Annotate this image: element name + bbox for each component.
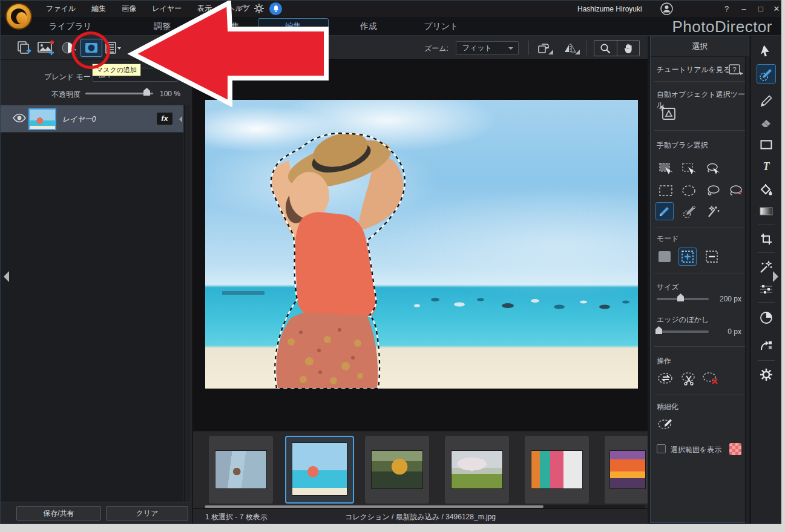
menu-edit[interactable]: 編集 [84,1,114,17]
mode-new-selection-button[interactable] [657,249,672,264]
cyberlink-logo [5,3,32,30]
share-icon[interactable] [759,338,774,353]
feather-slider[interactable] [657,330,709,333]
toolbar-separator [59,41,59,55]
opacity-slider-handle[interactable] [143,88,150,96]
tab-adjust[interactable]: 調整 [144,17,180,35]
maximize-button[interactable]: □ [755,4,767,15]
minimize-button[interactable]: – [738,4,750,15]
clear-selection-button[interactable] [701,370,721,386]
crop-tool-button[interactable] [759,232,774,246]
rectangle-tool-button[interactable] [759,137,774,152]
eraser-tool-button[interactable] [759,116,774,130]
mode-subtract-button[interactable] [704,249,720,264]
adjustment-sliders-icon[interactable] [759,282,774,297]
feather-slider-handle[interactable] [655,326,662,334]
selection-overlay-color-swatch[interactable] [729,443,741,455]
thumbnail-cherry-blossoms[interactable] [445,436,509,504]
canvas-area[interactable] [193,60,648,432]
tutorial-help-icon[interactable]: ? [728,64,744,76]
redo-icon[interactable] [238,3,250,15]
panel-scrollbar[interactable] [745,57,749,523]
photo-beach-woman[interactable] [205,100,638,389]
lasso-icon[interactable] [705,183,721,198]
menu-file[interactable]: ファイル [38,1,84,17]
bell-icon[interactable] [269,2,282,15]
thumbnail-photo [531,450,583,489]
tone-circle-icon[interactable] [759,310,774,325]
lasso-arrow-icon[interactable] [705,161,722,178]
fx-badge[interactable]: fx [157,113,172,125]
layer-collapse-icon[interactable] [176,116,182,122]
pencil-tool-button[interactable] [759,94,774,108]
selection-brush-tool-button[interactable] [655,202,674,220]
menu-image[interactable]: 画像 [114,1,144,17]
wand-icon[interactable] [705,203,722,220]
zoom-dropdown[interactable]: フィット [456,41,519,55]
help-button[interactable]: ? [724,4,729,13]
rotate-button[interactable] [532,40,555,56]
menu-bar: ファイル 編集 画像 レイヤー 表示 ヘルプ [38,1,258,17]
opacity-slider[interactable] [85,93,153,94]
avatar[interactable] [660,2,673,15]
save-share-button[interactable]: 保存/共有 [16,506,101,521]
thumbnail-colorful-houses[interactable] [525,436,589,504]
cut-selection-button[interactable] [680,370,699,386]
magnetic-lasso-icon[interactable] [727,183,744,198]
auto-object-select-tool-button[interactable] [658,103,677,122]
layers-scrollbar[interactable] [184,105,190,502]
layer-thumbnail[interactable] [28,108,56,130]
mode-add-button[interactable] [678,248,697,266]
menu-layer[interactable]: レイヤー [144,1,189,17]
marquee-arrow-icon[interactable] [681,161,698,178]
layer-visibility-eye-icon[interactable] [13,113,26,125]
layer-row[interactable]: レイヤー0 fx [1,105,183,133]
tutorial-link[interactable]: チュートリアルを見る [657,65,731,75]
text-tool-button[interactable]: T [759,159,774,174]
bucket-tool-button[interactable] [759,182,774,197]
close-button[interactable]: ✕ [770,4,781,15]
size-slider-handle[interactable] [677,294,684,301]
tab-create[interactable]: 作成 [350,17,387,35]
new-layer-button[interactable] [16,39,32,56]
thumbnail-golden-temple[interactable] [365,436,429,504]
smudge-brush-icon[interactable] [681,203,698,220]
marquee-move-arrow-icon[interactable] [658,161,675,178]
breadcrumb: コレクション / 最新読み込み / 3496128_m.jpg [193,512,648,522]
invert-selection-button[interactable] [657,370,676,386]
menu-view[interactable]: 表示 [189,1,220,17]
add-image-layer-button[interactable] [37,39,55,56]
boats [414,298,629,309]
filmstrip-scrollbar-thumb[interactable] [205,505,544,508]
flip-button[interactable] [559,40,582,56]
titlebar: ファイル 編集 画像 レイヤー 表示 ヘルプ Hashizume Hiroyuk… [1,1,781,17]
thumbnail-beach-woman-selected[interactable] [285,436,354,504]
toolbar-separator [586,41,587,55]
clear-button[interactable]: クリア [106,506,188,521]
layer-name[interactable]: レイヤー0 [62,114,96,125]
woman-figure [272,122,403,389]
refine-brush-button[interactable] [657,416,676,432]
magnifier-tool-button[interactable] [594,41,617,56]
rect-marquee-icon[interactable] [658,183,674,198]
selection-brush-tool-button-active[interactable] [757,64,776,84]
feather-value: 0 px [710,327,741,336]
expand-right-panel-handle[interactable] [773,271,778,282]
gradient-tool-button[interactable] [759,204,774,218]
tab-edit[interactable]: 編集 [258,18,329,34]
magic-wand-tool-button[interactable] [759,260,774,274]
gear-icon[interactable] [254,3,266,15]
status-bar: 1 枚選択 - 7 枚表示 コレクション / 最新読み込み / 3496128_… [193,508,648,524]
tab-print[interactable]: プリント [423,17,459,35]
thumbnail-sunset-pier[interactable] [605,436,648,504]
thumbnail-woman-by-window[interactable] [209,436,273,504]
collapse-left-panel-handle[interactable] [4,271,9,282]
settings-gear-icon[interactable] [759,367,774,382]
hand-tool-button[interactable] [617,41,639,56]
pointer-tool-button[interactable] [759,44,774,58]
ellipse-marquee-icon[interactable] [681,183,697,198]
show-selection-checkbox[interactable] [657,444,666,453]
tab-guided-edit[interactable]: ガイド編集 [196,17,241,35]
user-name[interactable]: Hashizume Hiroyuki [577,5,642,13]
zoom-pan-group [594,40,640,56]
